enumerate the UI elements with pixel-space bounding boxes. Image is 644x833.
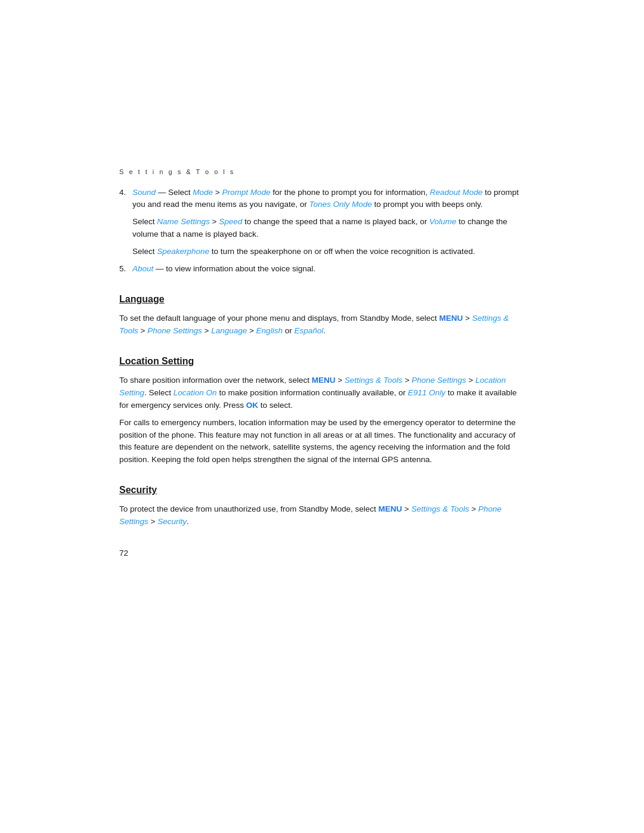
ok-link[interactable]: OK (246, 401, 258, 410)
mode-link[interactable]: Mode (193, 188, 213, 197)
location-body1: To share position information over the n… (119, 374, 525, 412)
item-content-5: About — to view information about the vo… (132, 263, 525, 275)
e911-only-link[interactable]: E911 Only (408, 388, 445, 397)
lang-text7: . (323, 326, 326, 335)
loc-text3: > (402, 376, 411, 385)
security-body: To protect the device from unauthorized … (119, 503, 525, 528)
sec-settings-tools-link[interactable]: Settings & Tools (411, 504, 469, 513)
sub1-text2: > (210, 217, 219, 226)
language-link[interactable]: Language (211, 326, 247, 335)
sec-text4: > (148, 517, 157, 526)
sub2-text1: Select (132, 247, 157, 256)
loc-text8: to select. (258, 401, 293, 410)
item-content-4: Sound — Select Mode > Prompt Mode for th… (132, 187, 525, 259)
numbered-list: 4. Sound — Select Mode > Prompt Mode for… (119, 187, 525, 276)
speed-link[interactable]: Speed (219, 217, 242, 226)
location-on-link[interactable]: Location On (174, 388, 217, 397)
sec-menu-link[interactable]: MENU (378, 504, 402, 513)
sub-para-1: Select Name Settings > Speed to change t… (132, 216, 525, 241)
sec-text2: > (402, 504, 411, 513)
sub-para-2: Select Speakerphone to turn the speakerp… (132, 246, 525, 258)
about-link[interactable]: About (132, 264, 153, 273)
sec-text1: To protect the device from unauthorized … (119, 504, 378, 513)
sound-link[interactable]: Sound (132, 188, 156, 197)
page-content: S e t t i n g s & T o o l s 4. Sound — S… (0, 0, 644, 833)
sub1-text3: to change the speed that a name is playe… (242, 217, 429, 226)
loc-text2: > (335, 376, 344, 385)
item-number-5: 5. (119, 263, 132, 275)
language-title: Language (119, 292, 525, 306)
loc-phone-settings-link[interactable]: Phone Settings (411, 376, 466, 385)
loc-menu-link[interactable]: MENU (312, 376, 336, 385)
lang-text3: > (138, 326, 147, 335)
sec-text5: . (187, 517, 189, 526)
item4-text2: > (213, 188, 222, 197)
security-title: Security (119, 483, 525, 497)
speakerphone-link[interactable]: Speakerphone (157, 247, 209, 256)
lang-phone-settings-link[interactable]: Phone Settings (147, 326, 202, 335)
tones-only-link[interactable]: Tones Only Mode (309, 200, 371, 209)
page-number: 72 (119, 547, 525, 559)
espanol-link[interactable]: Español (294, 326, 323, 335)
list-item-5: 5. About — to view information about the… (119, 263, 525, 275)
security-link[interactable]: Security (157, 517, 187, 526)
sub2-text2: to turn the speakerphone on or off when … (209, 247, 475, 256)
location-body2: For calls to emergency numbers, location… (119, 417, 525, 467)
item4-text3: for the phone to prompt you for informat… (271, 188, 430, 197)
loc-settings-tools-link[interactable]: Settings & Tools (345, 376, 402, 385)
prompt-mode-link[interactable]: Prompt Mode (222, 188, 271, 197)
sec-text3: > (469, 504, 478, 513)
item4-text1: — Select (156, 188, 193, 197)
volume-link[interactable]: Volume (429, 217, 456, 226)
loc-text6: to make position information continually… (217, 388, 408, 397)
loc-text1: To share position information over the n… (119, 376, 312, 385)
sub1-text1: Select (132, 217, 157, 226)
location-setting-title: Location Setting (119, 354, 525, 368)
lang-text6: or (283, 326, 295, 335)
lang-text2: > (463, 314, 472, 323)
loc-text4: > (466, 376, 475, 385)
item-number-4: 4. (119, 187, 132, 259)
loc-text5: . Select (144, 388, 174, 397)
english-link[interactable]: English (256, 326, 283, 335)
item4-text5: to prompt you with beeps only. (372, 200, 483, 209)
list-item-4: 4. Sound — Select Mode > Prompt Mode for… (119, 187, 525, 259)
readout-mode-link[interactable]: Readout Mode (430, 188, 483, 197)
item5-text: — to view information about the voice si… (153, 264, 315, 273)
language-body: To set the default language of your phon… (119, 312, 525, 337)
section-header: S e t t i n g s & T o o l s (119, 167, 525, 177)
lang-text1: To set the default language of your phon… (119, 314, 439, 323)
lang-text5: > (247, 326, 256, 335)
lang-menu-link[interactable]: MENU (439, 314, 463, 323)
lang-text4: > (202, 326, 211, 335)
name-settings-link[interactable]: Name Settings (157, 217, 210, 226)
